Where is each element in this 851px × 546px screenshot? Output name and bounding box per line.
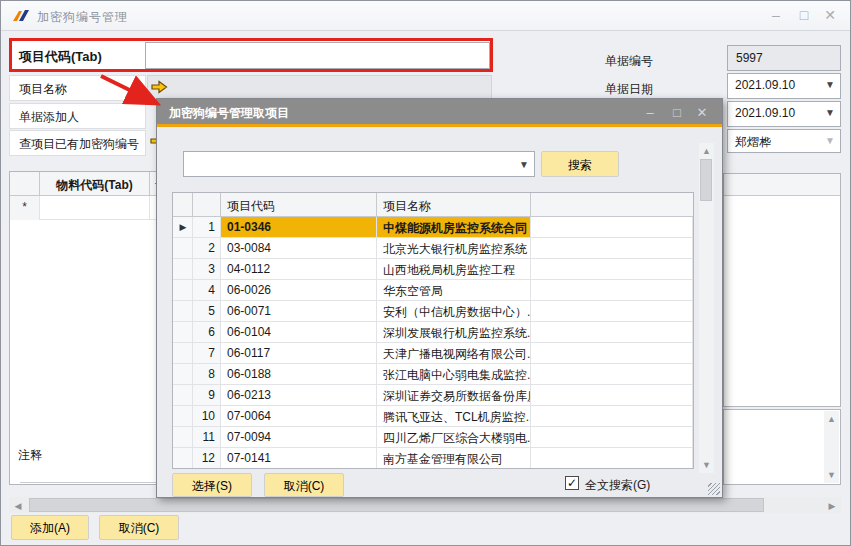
cell-project-code[interactable]: 06-0071 xyxy=(221,301,377,322)
project-grid-row[interactable]: 203-0084北京光大银行机房监控系统 xyxy=(173,238,693,259)
cell-project-name[interactable]: 安利（中信机房数据中心）... xyxy=(377,301,531,322)
current-row-indicator xyxy=(173,427,193,448)
doc-no-value: 5997 xyxy=(736,51,763,65)
project-grid-row[interactable]: 906-0213深圳证券交易所数据备份库房 xyxy=(173,385,693,406)
cell-project-code[interactable]: 07-0064 xyxy=(221,406,377,427)
dongle-list-panel xyxy=(723,173,841,407)
material-code-column-header[interactable]: 物料代码(Tab) xyxy=(40,172,150,196)
cell-project-name[interactable]: 四川乙烯厂区综合大楼弱电... xyxy=(377,427,531,448)
scroll-down-icon[interactable]: ▼ xyxy=(824,470,839,480)
dialog-cancel-button[interactable]: 取消(C) xyxy=(264,473,344,497)
cell-project-code[interactable]: 01-0346 xyxy=(221,217,377,238)
scroll-up-icon[interactable]: ▲ xyxy=(699,146,714,156)
cell-project-code[interactable]: 04-0112 xyxy=(221,259,377,280)
project-search-combo[interactable]: ▼ xyxy=(183,151,535,177)
cell-project-name[interactable]: 山西地税局机房监控工程 xyxy=(377,259,531,280)
project-grid-row[interactable]: ▶101-0346中煤能源机房监控系统合同 xyxy=(173,217,693,238)
adder-combo[interactable]: 郑熠桦 ▼ xyxy=(727,129,841,153)
app-window: 加密狗编号管理 – □ ✕ 项目代码(Tab) 项目名称 单据添加人 查项目已有… xyxy=(0,0,851,546)
row-number: 1 xyxy=(193,217,221,238)
resize-grip[interactable] xyxy=(708,483,720,495)
new-row-cell[interactable] xyxy=(40,196,150,220)
dongle-list-header xyxy=(724,174,840,196)
date2-combo[interactable]: 2021.09.10 ▼ xyxy=(727,101,841,127)
project-grid-row[interactable]: 606-0104深圳发展银行机房监控系统... xyxy=(173,322,693,343)
search-button[interactable]: 搜索 xyxy=(541,151,619,177)
project-grid-row[interactable]: 406-0026华东空管局 xyxy=(173,280,693,301)
cell-project-name[interactable]: 张江电脑中心弱电集成监控... xyxy=(377,364,531,385)
cell-project-name[interactable]: 北京光大银行机房监控系统 xyxy=(377,238,531,259)
indicator-column-header xyxy=(173,193,193,216)
scroll-up-icon[interactable]: ▲ xyxy=(824,414,839,424)
cell-project-name[interactable]: 深圳证券交易所数据备份库房 xyxy=(377,385,531,406)
filler-column-header xyxy=(531,193,693,216)
cell-filler xyxy=(531,301,693,322)
add-button[interactable]: 添加(A) xyxy=(11,515,89,540)
chevron-down-icon[interactable]: ▼ xyxy=(825,79,835,90)
cancel-button[interactable]: 取消(C) xyxy=(99,515,179,540)
cell-project-code[interactable]: 03-0084 xyxy=(221,238,377,259)
dialog-scrollbar-thumb[interactable] xyxy=(700,159,712,201)
project-grid-row[interactable]: 304-0112山西地税局机房监控工程 xyxy=(173,259,693,280)
cell-filler xyxy=(531,217,693,238)
cell-project-code[interactable]: 06-0117 xyxy=(221,343,377,364)
cell-filler xyxy=(531,385,693,406)
doc-date-combo[interactable]: 2021.09.10 ▼ xyxy=(727,73,841,99)
cell-project-code[interactable]: 07-0094 xyxy=(221,427,377,448)
current-row-indicator xyxy=(173,322,193,343)
cell-project-code[interactable]: 06-0104 xyxy=(221,322,377,343)
cell-project-code[interactable]: 06-0213 xyxy=(221,385,377,406)
dialog-title: 加密狗编号管理取项目 xyxy=(169,105,289,122)
scroll-right-icon[interactable]: ▶ xyxy=(825,501,839,511)
chevron-down-icon[interactable]: ▼ xyxy=(825,135,835,146)
link-arrow-icon[interactable] xyxy=(151,80,168,94)
cell-project-name[interactable]: 深圳发展银行机房监控系统... xyxy=(377,322,531,343)
fulltext-label: 全文搜索(G) xyxy=(585,477,650,494)
dialog-select-button[interactable]: 选择(S) xyxy=(172,473,252,497)
cell-project-code[interactable]: 06-0026 xyxy=(221,280,377,301)
project-name-column-header[interactable]: 项目名称 xyxy=(377,193,531,216)
cell-project-name[interactable]: 中煤能源机房监控系统合同 xyxy=(377,217,531,238)
cell-project-code[interactable]: 07-0141 xyxy=(221,448,377,469)
dialog-close-button[interactable]: ✕ xyxy=(690,103,714,123)
close-button[interactable]: ✕ xyxy=(818,5,842,25)
row-number: 4 xyxy=(193,280,221,301)
row-number: 11 xyxy=(193,427,221,448)
row-marker-column-header xyxy=(10,172,40,196)
cell-project-name[interactable]: 华东空管局 xyxy=(377,280,531,301)
cell-project-name[interactable]: 南方基金管理有限公司 xyxy=(377,448,531,469)
project-code-column-header[interactable]: 项目代码 xyxy=(221,193,377,216)
horizontal-scrollbar[interactable]: ◀ ▶ xyxy=(9,497,841,513)
project-grid-row[interactable]: 1007-0064腾讯飞亚达、TCL机房监控... xyxy=(173,406,693,427)
fulltext-checkbox[interactable]: ✓ xyxy=(565,476,579,490)
project-grid-row[interactable]: 1107-0094四川乙烯厂区综合大楼弱电... xyxy=(173,427,693,448)
chevron-down-icon[interactable]: ▼ xyxy=(825,107,835,118)
dialog-scrollbar[interactable]: ▲ ▼ xyxy=(699,143,714,473)
cell-filler xyxy=(531,238,693,259)
dialog-maximize-button[interactable]: □ xyxy=(665,103,689,123)
minimize-button[interactable]: – xyxy=(764,5,788,25)
scroll-down-icon[interactable]: ▼ xyxy=(699,460,714,470)
project-grid-row[interactable]: 506-0071安利（中信机房数据中心）... xyxy=(173,301,693,322)
maximize-button[interactable]: □ xyxy=(792,5,816,25)
chevron-down-icon[interactable]: ▼ xyxy=(519,159,529,170)
new-row-marker: * xyxy=(10,196,40,220)
cell-project-code[interactable]: 06-0188 xyxy=(221,364,377,385)
scroll-left-icon[interactable]: ◀ xyxy=(11,501,25,511)
cell-filler xyxy=(531,280,693,301)
project-grid-row[interactable]: 1207-0141南方基金管理有限公司 xyxy=(173,448,693,469)
current-row-indicator xyxy=(173,280,193,301)
comment-scrollbar[interactable]: ▲ ▼ xyxy=(824,411,839,483)
project-name-label: 项目名称 xyxy=(19,81,67,98)
dialog-minimize-button[interactable]: – xyxy=(638,103,662,123)
row-number: 8 xyxy=(193,364,221,385)
doc-no-field: 5997 xyxy=(727,45,841,71)
cell-project-name[interactable]: 天津广播电视网络有限公司... xyxy=(377,343,531,364)
current-row-indicator xyxy=(173,364,193,385)
scrollbar-thumb[interactable] xyxy=(29,498,764,512)
cell-project-name[interactable]: 腾讯飞亚达、TCL机房监控... xyxy=(377,406,531,427)
dialog-title-bar: 加密狗编号管理取项目 – □ ✕ xyxy=(157,99,722,127)
project-grid-row[interactable]: 706-0117天津广播电视网络有限公司... xyxy=(173,343,693,364)
project-grid-row[interactable]: 806-0188张江电脑中心弱电集成监控... xyxy=(173,364,693,385)
project-grid-header: 项目代码 项目名称 xyxy=(173,193,693,217)
